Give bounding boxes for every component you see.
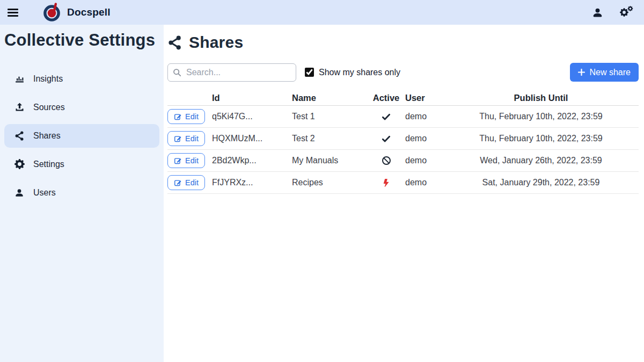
sidebar-item-label: Shares: [33, 131, 61, 141]
main-panel: Shares Show my shares only New share: [164, 25, 644, 362]
bar-chart-icon: [14, 74, 25, 84]
cell-user: demo: [405, 134, 443, 143]
edit-pencil-icon: [174, 113, 181, 120]
sidebar-item-users[interactable]: Users: [4, 181, 159, 205]
show-my-shares-checkbox[interactable]: [305, 68, 314, 77]
table-header-row: Id Name Active User Publish Until: [167, 91, 639, 106]
edit-button[interactable]: Edit: [167, 109, 205, 124]
edit-button[interactable]: Edit: [167, 175, 205, 190]
sidebar-item-insights[interactable]: Insights: [4, 67, 159, 91]
cell-user: demo: [405, 178, 443, 187]
edit-button[interactable]: Edit: [167, 131, 205, 146]
bolt-icon: [367, 178, 405, 187]
sidebar-item-shares[interactable]: Shares: [4, 124, 159, 148]
sidebar-item-label: Settings: [33, 160, 64, 169]
sidebar-item-settings[interactable]: Settings: [4, 153, 159, 176]
settings-gears-icon[interactable]: [619, 6, 633, 19]
brand[interactable]: Docspell: [42, 3, 111, 23]
header-id: Id: [212, 93, 292, 103]
page-title: Shares: [167, 33, 639, 52]
sidebar-title: Collective Settings: [4, 30, 159, 50]
plus-icon: [578, 69, 585, 76]
upload-icon: [14, 102, 25, 112]
header-publish-until: Publish Until: [443, 93, 639, 103]
cell-id: 2Bd2Wkp...: [212, 156, 292, 165]
edit-pencil-icon: [174, 157, 181, 164]
show-my-shares-filter: Show my shares only: [305, 68, 400, 77]
header-active: Active: [367, 93, 405, 103]
edit-button-label: Edit: [185, 112, 199, 121]
table-row: Edit 2Bd2Wkp... My Manuals demo Wed, Jan…: [167, 150, 639, 172]
edit-button[interactable]: Edit: [167, 153, 205, 168]
edit-button-label: Edit: [185, 156, 199, 165]
cell-publish-until: Wed, January 26th, 2022, 23:59: [443, 156, 639, 165]
brand-name: Docspell: [67, 6, 111, 18]
cell-name: Recipes: [292, 178, 367, 187]
page-title-text: Shares: [189, 33, 243, 52]
cell-publish-until: Thu, February 10th, 2022, 23:59: [443, 112, 639, 121]
share-nodes-icon: [167, 35, 182, 50]
cell-user: demo: [405, 112, 443, 121]
sidebar-item-label: Insights: [33, 74, 63, 84]
edit-button-label: Edit: [185, 178, 199, 187]
header-user: User: [405, 93, 443, 103]
edit-button-label: Edit: [185, 134, 199, 143]
search-icon: [173, 68, 181, 79]
docspell-logo-icon: [42, 3, 62, 23]
sidebar: Collective Settings Insights: [0, 25, 164, 362]
new-share-button-label: New share: [590, 68, 631, 77]
cell-name: My Manuals: [292, 156, 367, 165]
cell-publish-until: Sat, January 29th, 2022, 23:59: [443, 178, 639, 187]
sidebar-menu: Insights Sources: [4, 67, 159, 205]
search-input[interactable]: [167, 63, 296, 82]
cell-name: Test 2: [292, 134, 367, 143]
ban-icon: [367, 156, 405, 165]
table-row: Edit FfJYRXz... Recipes demo Sat, Januar…: [167, 172, 639, 194]
new-share-button[interactable]: New share: [570, 63, 639, 82]
edit-pencil-icon: [174, 135, 181, 142]
table-row: Edit q5Ki47G... Test 1 demo Thu, Februar…: [167, 106, 639, 128]
controls-row: Show my shares only New share: [167, 63, 639, 82]
sidebar-item-label: Users: [33, 188, 56, 198]
show-my-shares-label: Show my shares only: [319, 68, 400, 77]
check-icon: [367, 112, 405, 121]
cell-name: Test 1: [292, 112, 367, 121]
share-nodes-icon: [14, 131, 25, 141]
shares-table: Id Name Active User Publish Until Edit q…: [167, 91, 639, 194]
edit-pencil-icon: [174, 179, 181, 186]
cell-publish-until: Thu, February 10th, 2022, 23:59: [443, 134, 639, 143]
cell-id: q5Ki47G...: [212, 112, 292, 121]
header-name: Name: [292, 93, 367, 103]
user-account-icon[interactable]: [592, 7, 603, 18]
menu-hamburger-icon[interactable]: [8, 9, 18, 17]
table-row: Edit HQXMUzM... Test 2 demo Thu, Februar…: [167, 128, 639, 150]
cell-id: FfJYRXz...: [212, 178, 292, 187]
cell-id: HQXMUzM...: [212, 134, 292, 143]
user-icon: [14, 188, 25, 198]
sidebar-item-sources[interactable]: Sources: [4, 96, 159, 119]
sidebar-item-label: Sources: [33, 103, 65, 112]
gear-icon: [14, 159, 25, 169]
check-icon: [367, 134, 405, 143]
topbar: Docspell: [0, 0, 644, 25]
cell-user: demo: [405, 156, 443, 165]
